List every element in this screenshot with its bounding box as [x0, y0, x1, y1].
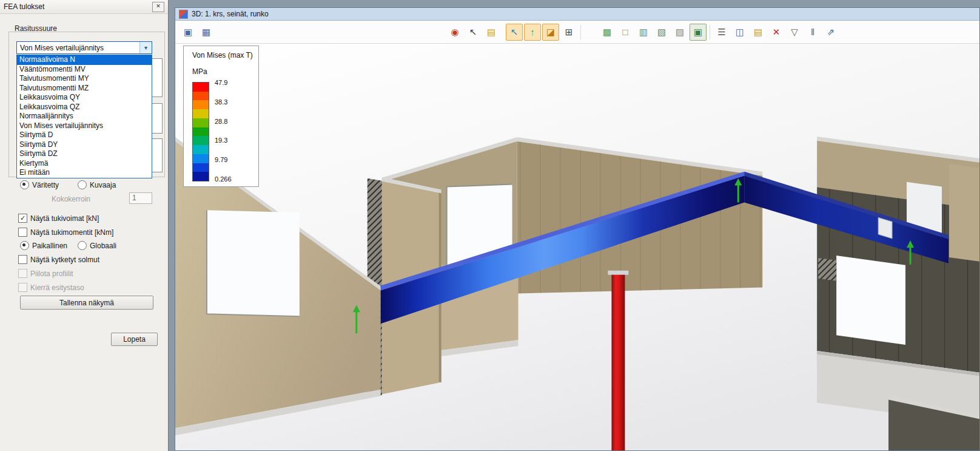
dropdown-item[interactable]: Siirtymä DY	[17, 140, 152, 150]
legend-color-band	[193, 118, 209, 127]
print-icon[interactable]: ▤	[750, 24, 767, 41]
radio-icon[interactable]	[78, 180, 87, 189]
window-title: 3D: 1. krs, seinät, runko	[192, 10, 269, 18]
window-titlebar[interactable]: 3D: 1. krs, seinät, runko	[175, 8, 979, 21]
checkbox-icon	[18, 283, 27, 292]
kokokerroin-input[interactable]: 1	[129, 192, 152, 204]
legend-value: 9.79	[215, 157, 232, 163]
radio-icon[interactable]	[20, 241, 29, 250]
far-right-wall[interactable]	[949, 164, 979, 262]
pick-face-icon[interactable]: ◪	[542, 24, 559, 41]
dropdown-item[interactable]: Normaalijännitys	[17, 112, 152, 121]
left-window[interactable]	[207, 210, 300, 316]
toolbar-separator	[710, 25, 710, 39]
radio-icon[interactable]	[78, 241, 87, 250]
legend-value: 38.3	[215, 99, 232, 106]
legend-title: Von Mises (max T)	[192, 51, 258, 59]
dropdown-item[interactable]: Leikkausvoima QY	[17, 93, 152, 103]
legend-value: 28.8	[215, 118, 232, 125]
scene-svg[interactable]	[175, 44, 979, 450]
legend-color-band	[193, 127, 209, 137]
checkbox-nayta-kytketyt-solmut[interactable]: Näytä kytketyt solmut	[18, 255, 99, 264]
pick-node-icon[interactable]: ↖	[506, 24, 523, 41]
checkbox-icon[interactable]: ✓	[18, 214, 27, 223]
viewport-3d[interactable]: Von Mises (max T) MPa 47.938.328.819.39.…	[175, 44, 979, 450]
columns-icon[interactable]: ‖	[804, 24, 821, 41]
dropdown-item[interactable]: Von Mises vertailujännitys	[17, 121, 152, 131]
dialog-title: FEA tulokset	[4, 2, 44, 11]
radio-globaali[interactable]: Globaali	[78, 241, 116, 250]
toolbar: ▣▦◉↖▤↖↑◪⊞▩□▥▧▨▣☰◫▤✕▽‖⇗	[175, 21, 979, 44]
legend-color-band	[193, 145, 209, 154]
measure-icon[interactable]: ▤	[483, 24, 500, 41]
right-window-sill-hatch	[818, 258, 836, 281]
kokokerroin-label: Kokokerroin	[52, 195, 90, 203]
dropdown-item[interactable]: Vääntömomentti MV	[17, 65, 152, 75]
legend-value: 47.9	[215, 80, 232, 86]
checkbox-nayta-tukimomentit[interactable]: Näytä tukimomentit [kNm]	[18, 228, 113, 237]
export-icon[interactable]: ⇗	[822, 24, 839, 41]
filter-icon[interactable]: ▽	[786, 24, 803, 41]
dropdown-item[interactable]: Taivutusmomentti MZ	[17, 84, 152, 93]
combobox-value: Von Mises vertailujännitys	[17, 44, 139, 52]
legend-color-band	[193, 136, 209, 145]
legend-values: 47.938.328.819.39.790.266	[215, 80, 232, 183]
legend-value: 19.3	[215, 137, 232, 144]
dropdown-item[interactable]: Siirtymä D	[17, 131, 152, 140]
dropdown-item[interactable]: Taivutusmomentti MY	[17, 74, 152, 84]
column-red[interactable]	[611, 275, 625, 450]
save-view-button[interactable]: Tallenna näkymä	[20, 296, 153, 310]
copy-view-icon[interactable]: ◫	[731, 24, 748, 41]
quit-button[interactable]: Lopeta	[111, 333, 158, 346]
tile-windows-icon[interactable]: ▦	[198, 24, 215, 41]
legend-color-band	[193, 172, 209, 181]
legend-color-band	[193, 92, 209, 101]
right-window[interactable]	[836, 256, 905, 345]
dropdown-item[interactable]: Normaalivoima N	[17, 55, 152, 65]
dropdown-item[interactable]: Leikkausvoima QZ	[17, 103, 152, 112]
radio-icon[interactable]	[20, 180, 29, 189]
cascade-windows-icon[interactable]: ▣	[180, 24, 196, 41]
checkbox-icon[interactable]	[18, 255, 27, 264]
radio-varitetty[interactable]: Väritetty	[20, 180, 59, 189]
legend-color-band	[193, 109, 209, 118]
view-render-icon[interactable]: ▣	[690, 24, 706, 41]
close-icon[interactable]: ✕	[152, 2, 164, 12]
legend-color-band	[193, 100, 209, 109]
toolbar-gap	[500, 32, 505, 32]
view-transparent-icon[interactable]: ▨	[671, 24, 688, 41]
checkbox-icon[interactable]	[18, 228, 27, 237]
legend-value: 0.266	[215, 176, 232, 183]
delete-icon[interactable]: ✕	[768, 24, 785, 41]
dropdown-item[interactable]: Kiertymä	[17, 159, 152, 169]
pick-element-icon[interactable]: ↑	[524, 24, 541, 41]
stress-quantity-combobox[interactable]: Von Mises vertailujännitys ▾	[16, 41, 152, 54]
view-hidden-line-icon[interactable]: ▥	[635, 24, 652, 41]
legend-color-band	[193, 83, 209, 92]
dropdown-item[interactable]: Siirtymä DZ	[17, 149, 152, 159]
toolbar-gap	[215, 32, 446, 32]
pin-icon[interactable]: ◉	[446, 24, 463, 41]
toolbar-gap	[583, 32, 598, 32]
dropdown-item[interactable]: Ei mitään	[17, 168, 152, 178]
dropdown-list[interactable]: Normaalivoima NVääntömomentti MVTaivutus…	[16, 55, 152, 178]
checkbox-nayta-tukivoimat[interactable]: ✓ Näytä tukivoimat [kN]	[18, 214, 99, 223]
dialog-titlebar[interactable]: FEA tulokset ✕	[0, 0, 168, 14]
check-icon: ✓	[20, 214, 25, 222]
radio-kuvaaja[interactable]: Kuvaaja	[78, 180, 116, 189]
toolbar-separator	[580, 25, 581, 39]
view-outline-icon[interactable]: □	[617, 24, 634, 41]
pick-annotate-icon[interactable]: ↖	[465, 24, 482, 41]
report-icon[interactable]: ☰	[713, 24, 730, 41]
chevron-down-icon[interactable]: ▾	[139, 42, 152, 53]
checkbox-kierra-esitystaso: Kierrä esitystaso	[18, 283, 84, 292]
application-window: FEA tulokset ✕ Rasitussuure Von Mises ve…	[0, 0, 980, 451]
view-wireframe-icon[interactable]: ▧	[653, 24, 670, 41]
window-icon	[179, 10, 188, 19]
legend-color-band	[193, 154, 209, 163]
column-cap	[608, 271, 628, 275]
view-shaded-icon[interactable]: ▩	[599, 24, 616, 41]
radio-paikallinen[interactable]: Paikallinen	[20, 241, 67, 250]
pick-window-icon[interactable]: ⊞	[560, 24, 577, 41]
checkbox-piilota-profiilit: Piilota profiilit	[18, 269, 73, 278]
